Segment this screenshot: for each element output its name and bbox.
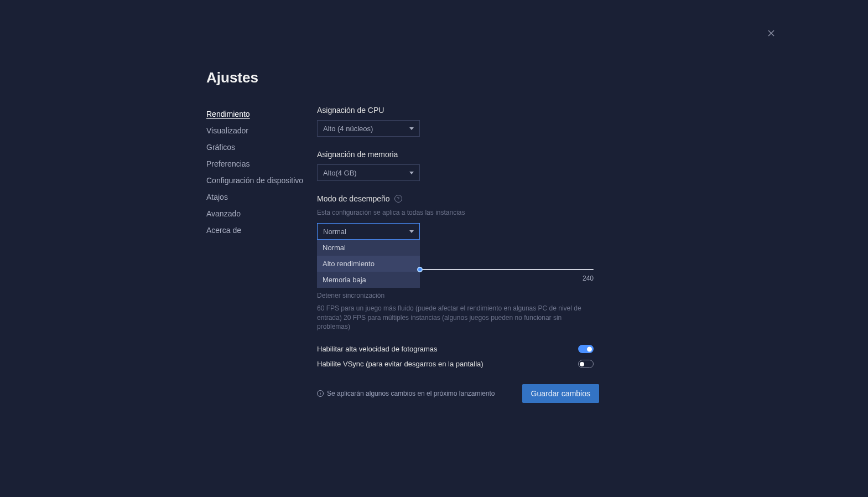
- fps-hint: 60 FPS para un juego más fluido (puede a…: [317, 304, 594, 332]
- info-icon: i: [317, 390, 324, 397]
- help-icon[interactable]: ?: [394, 195, 402, 203]
- footer-bar: i Se aplicarán algunos cambios en el pró…: [317, 384, 599, 403]
- sidebar-item-visualizador[interactable]: Visualizador: [206, 122, 317, 139]
- cpu-label: Asignación de CPU: [317, 106, 594, 115]
- sidebar: Rendimiento Visualizador Gráficos Prefer…: [206, 106, 317, 403]
- sidebar-item-avanzado[interactable]: Avanzado: [206, 205, 317, 222]
- chevron-down-icon: [409, 172, 414, 174]
- memory-select-value: Alto(4 GB): [323, 169, 357, 177]
- memory-select[interactable]: Alto(4 GB): [317, 164, 420, 181]
- chevron-down-icon: [409, 127, 414, 130]
- chevron-down-icon: [409, 230, 414, 233]
- close-icon: [766, 28, 777, 39]
- page-title: Ajustes: [206, 69, 868, 86]
- high-fps-label: Habilitar alta velocidad de fotogramas: [317, 345, 438, 353]
- perf-dropdown: Normal Alto rendimiento Memoria baja: [317, 240, 420, 288]
- cpu-select[interactable]: Alto (4 núcleos): [317, 120, 420, 137]
- save-button[interactable]: Guardar cambios: [522, 384, 599, 403]
- memory-label: Asignación de memoria: [317, 150, 594, 159]
- main-content: Asignación de CPU Alto (4 núcleos) Asign…: [317, 106, 599, 369]
- perf-select-value: Normal: [323, 227, 346, 236]
- sync-label: Detener sincronización: [317, 291, 594, 301]
- slider-thumb[interactable]: [417, 267, 423, 272]
- vsync-label: Habilite VSync (para evitar desgarros en…: [317, 360, 484, 368]
- perf-label-text: Modo de desempeño: [317, 194, 390, 203]
- toggle-thumb: [580, 362, 584, 366]
- close-button[interactable]: [766, 28, 777, 39]
- fps-slider[interactable]: [420, 269, 594, 270]
- perf-label: Modo de desempeño ?: [317, 194, 594, 203]
- sidebar-item-acerca-de[interactable]: Acerca de: [206, 222, 317, 239]
- cpu-select-value: Alto (4 núcleos): [323, 125, 373, 133]
- perf-sublabel: Esta configuración se aplica a todas las…: [317, 209, 594, 216]
- footer-note: i Se aplicarán algunos cambios en el pró…: [317, 390, 495, 397]
- perf-option-normal[interactable]: Normal: [317, 240, 420, 256]
- sidebar-item-preferencias[interactable]: Preferencias: [206, 156, 317, 172]
- sidebar-item-atajos[interactable]: Atajos: [206, 189, 317, 205]
- vsync-toggle[interactable]: [578, 360, 594, 368]
- perf-option-alto-rendimiento[interactable]: Alto rendimiento: [317, 256, 420, 272]
- footer-note-text: Se aplicarán algunos cambios en el próxi…: [327, 390, 495, 397]
- high-fps-toggle[interactable]: [578, 345, 594, 353]
- perf-option-memoria-baja[interactable]: Memoria baja: [317, 272, 420, 288]
- sidebar-item-configuracion-dispositivo[interactable]: Configuración de dispositivo: [206, 172, 317, 189]
- sidebar-item-rendimiento[interactable]: Rendimiento: [206, 106, 317, 122]
- perf-select[interactable]: Normal: [317, 223, 420, 240]
- sidebar-item-graficos[interactable]: Gráficos: [206, 139, 317, 156]
- toggle-thumb: [587, 346, 592, 351]
- fps-max: 240: [420, 275, 594, 282]
